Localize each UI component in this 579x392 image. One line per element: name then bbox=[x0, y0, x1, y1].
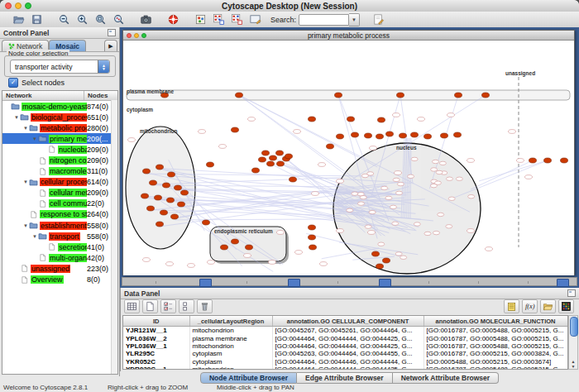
table-cell[interactable]: mitochondrion bbox=[189, 342, 272, 350]
table-row[interactable]: YPL036W__1mitochondrion[GO:0044464, GO:0… bbox=[123, 342, 567, 350]
vizmapper-button[interactable] bbox=[192, 12, 208, 26]
float-panel-icon[interactable] bbox=[108, 29, 116, 36]
folder-icon bbox=[29, 124, 38, 131]
table-cell[interactable]: YLR295C bbox=[123, 350, 189, 357]
table-cell[interactable]: [GO:0045267, GO:0045261, GO:0044464, G..… bbox=[272, 327, 423, 335]
network-canvas[interactable]: plasma membrane cytoplasm mitochondrion … bbox=[123, 41, 574, 275]
export-snapshot-button[interactable] bbox=[137, 12, 154, 26]
tree-row[interactable]: ▼primary metabolic process209(... bbox=[2, 133, 117, 144]
save-session-button[interactable] bbox=[28, 12, 45, 26]
table-cell[interactable]: [GO:0016787, GO:0005488, GO:0005215, G..… bbox=[423, 342, 567, 350]
table-cell[interactable]: [GO:0005488, GO:0005215, GO:0003674] bbox=[423, 358, 567, 366]
table-column-header[interactable]: ID bbox=[123, 316, 189, 327]
create-network-view-button[interactable] bbox=[210, 12, 227, 26]
table-cell[interactable]: [GO:0016787, GO:0005488, GO:0005215, G..… bbox=[423, 334, 567, 342]
attribute-tab-node[interactable]: Node Attribute Browser bbox=[200, 372, 297, 384]
table-cell[interactable]: [GO:0016787, GO:0005488, GO:0005215, G..… bbox=[423, 366, 567, 370]
attribute-matrix-button[interactable] bbox=[558, 299, 574, 313]
table-cell[interactable]: mitochondrion bbox=[189, 327, 272, 335]
tab-overflow-arrow[interactable]: ▶ bbox=[104, 40, 117, 51]
import-attributes-button[interactable] bbox=[504, 299, 519, 313]
table-cell[interactable]: YDR039C__1 bbox=[123, 366, 189, 370]
table-cell[interactable]: YJR121W__1 bbox=[123, 327, 189, 335]
table-cell[interactable]: [GO:0044464, GO:0044444, GO:0044425, G..… bbox=[272, 342, 423, 350]
table-cell[interactable]: cytoplasm bbox=[189, 358, 272, 366]
table-row[interactable]: YPL036W__2plasma membrane[GO:0044464, GO… bbox=[123, 334, 567, 342]
network-view-titlebar[interactable]: primary metabolic process bbox=[123, 31, 574, 41]
tree-row[interactable]: multi-organism process42(0) bbox=[2, 252, 117, 263]
attribute-tab-edge[interactable]: Edge Attribute Browser bbox=[297, 372, 393, 384]
scrollbar-thumb[interactable] bbox=[570, 317, 578, 337]
expander-icon[interactable]: ▼ bbox=[31, 234, 38, 239]
table-cell[interactable]: [GO:0045263, GO:0044464, GO:0044455, G..… bbox=[272, 350, 423, 357]
search-dropdown-arrow[interactable]: ▼ bbox=[349, 13, 360, 26]
attribute-tab-network[interactable]: Network Attribute Browser bbox=[393, 372, 499, 384]
tree-row[interactable]: response to stimulus264(0) bbox=[2, 209, 117, 220]
annotations-button[interactable] bbox=[246, 12, 263, 26]
table-cell[interactable]: [GO:0044464, GO:0044446, GO:0044444, G..… bbox=[272, 358, 423, 366]
table-cell[interactable]: [GO:0044464, GO:0044444, GO:0044425, G..… bbox=[272, 334, 423, 342]
tree-row[interactable]: secretion41(0) bbox=[2, 241, 117, 252]
table-row[interactable]: YDR039C__1mitochondrion[GO:0044464, GO:0… bbox=[123, 366, 567, 370]
table-column-header[interactable]: annotation.GO CELLULAR_COMPONENT bbox=[272, 316, 423, 327]
zoom-fit-button[interactable] bbox=[92, 12, 108, 26]
table-cell[interactable]: YPL036W__1 bbox=[123, 342, 189, 350]
tree-row[interactable]: macromolecule311(0) bbox=[2, 166, 117, 177]
table-row[interactable]: YLR295Ccytoplasm[GO:0045263, GO:0044464,… bbox=[123, 350, 567, 357]
zoom-in-button[interactable] bbox=[74, 12, 90, 26]
table-cell[interactable]: YPL036W__2 bbox=[123, 334, 189, 342]
expander-icon[interactable]: ▼ bbox=[22, 223, 29, 228]
search-input[interactable] bbox=[299, 14, 349, 26]
tree-row[interactable]: ▼transport558(0) bbox=[2, 231, 117, 241]
table-row[interactable]: YKR052Ccytoplasm[GO:0044464, GO:0044446,… bbox=[123, 358, 567, 366]
tree-row[interactable]: unassigned223(0) bbox=[2, 263, 117, 274]
edit-page-button[interactable] bbox=[370, 12, 386, 26]
node-color-select[interactable]: transporter activity ▲▼ bbox=[10, 60, 110, 74]
table-column-header[interactable]: _cellularLayoutRegion bbox=[189, 316, 272, 327]
float-panel-icon[interactable] bbox=[567, 289, 576, 297]
expander-icon[interactable]: ▼ bbox=[31, 136, 38, 141]
tree-row[interactable]: nitrogen compound209(0) bbox=[2, 155, 117, 165]
table-cell[interactable]: [GO:0016787, GO:0005215, GO:0003824, G..… bbox=[423, 350, 567, 357]
attribute-unselect-button[interactable] bbox=[179, 299, 194, 313]
zoom-out-button[interactable] bbox=[55, 12, 72, 26]
destroy-network-view-button[interactable] bbox=[228, 12, 245, 26]
load-attributes-button[interactable] bbox=[540, 299, 556, 313]
tree-col-nodes[interactable]: Nodes bbox=[84, 91, 117, 100]
window-titlebar[interactable]: Cytoscape Desktop (New Session) bbox=[0, 0, 579, 12]
expander-icon[interactable]: ▼ bbox=[22, 179, 29, 184]
expander-icon[interactable]: ▼ bbox=[13, 115, 20, 120]
tree-row[interactable]: nucleobase-containing209(0) bbox=[2, 144, 117, 155]
tree-row[interactable]: ▼metabolic process280(0) bbox=[2, 122, 117, 133]
tree-row[interactable]: Overview8(0) bbox=[2, 275, 117, 285]
attribute-batch-select-button[interactable] bbox=[160, 299, 176, 313]
table-cell[interactable]: [GO:0044464, GO:0044444, GO:0044425, G..… bbox=[272, 366, 423, 370]
tree-row[interactable]: cell communication22(0) bbox=[2, 198, 117, 209]
attribute-create-button[interactable] bbox=[142, 299, 158, 313]
tree-row[interactable]: ▼establishment of localization558(0) bbox=[2, 220, 117, 231]
function-builder-button[interactable]: f(x) bbox=[522, 299, 538, 313]
tree-row[interactable]: cellular metabolic209(0) bbox=[2, 188, 117, 198]
table-cell[interactable]: [GO:0016787, GO:0005488, GO:0005215, G..… bbox=[423, 327, 567, 335]
table-cell[interactable]: cytoplasm bbox=[189, 350, 272, 357]
select-nodes-checkbox[interactable]: ✓ bbox=[8, 78, 18, 88]
expander-icon[interactable]: ▼ bbox=[22, 126, 29, 131]
table-row[interactable]: YJR121W__1mitochondrion[GO:0045267, GO:0… bbox=[123, 327, 567, 335]
table-scrollbar[interactable]: ▲▼ bbox=[568, 315, 578, 370]
zoom-selected-button[interactable] bbox=[110, 12, 127, 26]
scrollbar-arrows[interactable]: ▲▼ bbox=[569, 359, 577, 369]
open-session-button[interactable] bbox=[10, 12, 26, 26]
table-cell[interactable]: YKR052C bbox=[123, 358, 189, 366]
table-column-header[interactable]: annotation.GO MOLECULAR_FUNCTION bbox=[423, 316, 567, 327]
tree-scrollbar[interactable] bbox=[111, 100, 117, 374]
table-cell[interactable]: mitochondrion bbox=[189, 366, 272, 370]
attribute-delete-button[interactable] bbox=[197, 299, 213, 313]
tree-row[interactable]: mosaic-demo-yeast874(0) bbox=[2, 101, 117, 112]
tree-col-network[interactable]: Network bbox=[2, 91, 84, 100]
table-cell[interactable]: plasma membrane bbox=[189, 334, 272, 342]
network-view-frame: primary metabolic process plasma membran… bbox=[122, 30, 575, 275]
tree-row[interactable]: ▼cellular process614(0) bbox=[2, 177, 117, 188]
tree-row[interactable]: ▼biological_process651(0) bbox=[2, 112, 117, 122]
help-button[interactable] bbox=[165, 12, 181, 26]
attribute-select-button[interactable] bbox=[124, 299, 140, 313]
